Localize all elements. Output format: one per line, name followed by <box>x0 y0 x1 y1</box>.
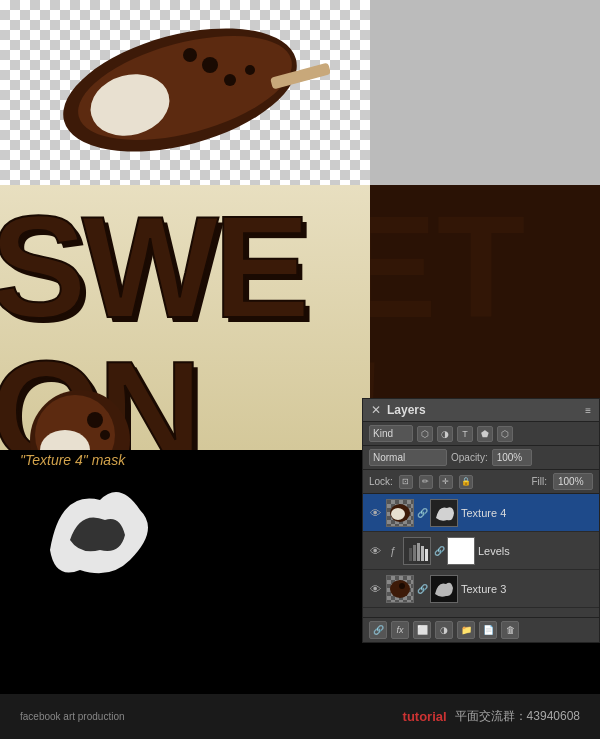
filter-adjust-icon[interactable]: ◑ <box>437 426 453 442</box>
panel-lock-row: Lock: ⊡ ✏ ✛ 🔒 Fill: 100% <box>363 470 599 494</box>
layer-name-levels: Levels <box>478 545 595 557</box>
add-effect-button[interactable]: fx <box>391 621 409 639</box>
layer-row-texture3[interactable]: 👁 🔗 Texture 3 <box>363 570 599 608</box>
fill-label: Fill: <box>531 476 547 487</box>
svg-point-6 <box>245 65 255 75</box>
svg-rect-15 <box>405 551 408 561</box>
lock-all-icon[interactable]: 🔒 <box>459 475 473 489</box>
layer-link-texture3[interactable]: 🔗 <box>417 581 427 597</box>
panel-blend-toolbar: Normal Opacity: 100% <box>363 446 599 470</box>
new-adjustment-button[interactable]: ◑ <box>435 621 453 639</box>
canvas-gray-bg <box>370 0 600 185</box>
opacity-label: Opacity: <box>451 452 488 463</box>
blend-mode-select[interactable]: Normal <box>369 449 447 466</box>
footer-brand: tutorial <box>403 709 447 724</box>
layer-link-texture4[interactable]: 🔗 <box>417 505 427 521</box>
panel-actions: 🔗 fx ⬜ ◑ 📁 📄 🗑 <box>363 617 599 642</box>
svg-point-11 <box>87 412 103 428</box>
lock-transparent-icon[interactable]: ⊡ <box>399 475 413 489</box>
canvas-design-area: SWEON <box>0 185 370 450</box>
layer-eye-texture4[interactable]: 👁 <box>367 505 383 521</box>
svg-rect-19 <box>421 546 424 561</box>
layer-eye-levels[interactable]: 👁 <box>367 543 383 559</box>
svg-point-14 <box>391 508 405 520</box>
layer-thumb-texture3 <box>386 575 414 603</box>
svg-rect-18 <box>417 543 420 561</box>
panel-title-area: ✕ Layers <box>371 403 426 417</box>
svg-point-22 <box>399 583 405 589</box>
filter-smart-icon[interactable]: ⬡ <box>497 426 513 442</box>
svg-point-3 <box>202 57 218 73</box>
icecream-middle <box>20 380 140 450</box>
filter-type-icon[interactable]: T <box>457 426 473 442</box>
layer-mask-texture4 <box>430 499 458 527</box>
layer-mask-levels <box>447 537 475 565</box>
filter-pixel-icon[interactable]: ⬡ <box>417 426 433 442</box>
footer-right: tutorial 平面交流群：43940608 <box>403 708 580 725</box>
svg-point-4 <box>224 74 236 86</box>
footer-watermark: facebook art production <box>20 711 125 722</box>
lock-label: Lock: <box>369 476 393 487</box>
layer-name-texture3: Texture 3 <box>461 583 595 595</box>
panel-menu-button[interactable]: ≡ <box>585 405 591 416</box>
mask-preview-shape <box>30 470 160 590</box>
link-layers-button[interactable]: 🔗 <box>369 621 387 639</box>
delete-layer-button[interactable]: 🗑 <box>501 621 519 639</box>
layer-link-levels[interactable]: 🔗 <box>434 543 444 559</box>
canvas-transparent-bg <box>0 0 370 185</box>
add-mask-button[interactable]: ⬜ <box>413 621 431 639</box>
panel-close-button[interactable]: ✕ <box>371 403 381 417</box>
layers-panel: ✕ Layers ≡ Kind ⬡ ◑ T ⬟ ⬡ Normal Opacity… <box>362 398 600 643</box>
mask-label: "Texture 4" mask <box>20 452 125 468</box>
svg-point-21 <box>390 580 410 598</box>
panel-title: Layers <box>387 403 426 417</box>
filter-shape-icon[interactable]: ⬟ <box>477 426 493 442</box>
layer-eye-texture3[interactable]: 👁 <box>367 581 383 597</box>
svg-rect-17 <box>413 545 416 561</box>
svg-rect-20 <box>425 549 428 561</box>
layer-thumb-levels <box>403 537 431 565</box>
icecream-image <box>30 10 330 175</box>
layer-row-levels[interactable]: 👁 ƒ 🔗 Levels <box>363 532 599 570</box>
svg-point-12 <box>100 430 110 440</box>
new-layer-button[interactable]: 📄 <box>479 621 497 639</box>
footer-qq: 平面交流群：43940608 <box>455 708 580 725</box>
layer-fx-levels: ƒ <box>386 544 400 558</box>
panel-header: ✕ Layers ≡ <box>363 399 599 422</box>
opacity-value[interactable]: 100% <box>492 449 532 466</box>
svg-rect-16 <box>409 548 412 561</box>
layer-row-texture4[interactable]: 👁 🔗 Texture 4 <box>363 494 599 532</box>
new-group-button[interactable]: 📁 <box>457 621 475 639</box>
panel-kind-toolbar: Kind ⬡ ◑ T ⬟ ⬡ <box>363 422 599 446</box>
lock-position-icon[interactable]: ✛ <box>439 475 453 489</box>
svg-point-5 <box>183 48 197 62</box>
layer-thumb-texture4 <box>386 499 414 527</box>
fill-value[interactable]: 100% <box>553 473 593 490</box>
layer-mask-texture3 <box>430 575 458 603</box>
layers-list: 👁 🔗 Texture 4 👁 ƒ <box>363 494 599 617</box>
kind-select[interactable]: Kind <box>369 425 413 442</box>
lock-image-icon[interactable]: ✏ <box>419 475 433 489</box>
footer-bar: facebook art production tutorial 平面交流群：4… <box>0 694 600 739</box>
layer-name-texture4: Texture 4 <box>461 507 595 519</box>
